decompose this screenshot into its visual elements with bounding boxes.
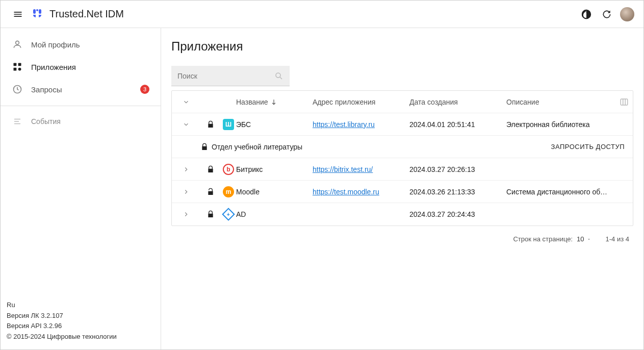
list-icon [12, 116, 23, 127]
app-title: Trusted.Net IDM [49, 8, 124, 20]
user-icon [12, 39, 23, 50]
svg-rect-11 [621, 99, 628, 105]
clock-icon [12, 84, 23, 95]
sidebar-item-label: Приложения [31, 63, 149, 71]
sidebar-item-events[interactable]: События [1, 111, 161, 132]
request-access-button[interactable]: ЗАПРОСИТЬ ДОСТУП [551, 143, 625, 151]
search-input[interactable] [177, 72, 274, 80]
table-header: Название Адрес приложения Дата создания … [172, 91, 633, 113]
theme-toggle-button[interactable] [576, 4, 597, 24]
chevron-right-icon [183, 211, 190, 218]
version-lk: Версия ЛК 3.2.107 [7, 311, 154, 321]
dropdown-icon [586, 237, 591, 242]
column-desc[interactable]: Описание [506, 98, 608, 106]
row-expand-toggle[interactable] [172, 166, 200, 173]
rows-per-page-label: Строк на странице: [513, 235, 573, 243]
logo-icon [31, 8, 43, 20]
sidebar-item-apps[interactable]: Приложения [1, 56, 161, 78]
lang-label: Ru [7, 300, 154, 311]
row-expand-toggle[interactable] [172, 121, 200, 128]
refresh-icon [602, 9, 612, 19]
menu-button[interactable] [8, 4, 28, 24]
lock-closed-icon [200, 210, 221, 218]
sidebar-item-profile[interactable]: Мой профиль [1, 33, 161, 56]
sidebar-item-requests[interactable]: Запросы 3 [1, 78, 161, 101]
svg-rect-1 [39, 9, 41, 14]
table-row: Ш ЭБС https://test.library.ru 2024.04.01… [172, 113, 633, 136]
column-url[interactable]: Адрес приложения [313, 98, 409, 106]
app-created: 2024.03.26 21:13:33 [409, 188, 506, 196]
apps-icon [12, 61, 23, 72]
search-box[interactable] [171, 66, 290, 86]
page-title: Приложения [171, 39, 633, 54]
app-icon: Ш [221, 119, 236, 130]
app-url-link[interactable]: https://test.library.ru [313, 120, 375, 129]
sidebar-footer: Ru Версия ЛК 3.2.107 Версия API 3.2.96 ©… [1, 293, 161, 349]
expand-all-toggle[interactable] [172, 98, 200, 106]
chevron-right-icon [183, 188, 190, 195]
app-url-link[interactable]: https://bitrix.test.ru/ [313, 165, 373, 173]
app-icon: + [221, 209, 236, 220]
sidebar-item-label: События [31, 117, 61, 126]
sub-row-name: Отдел учебной литературы [212, 143, 551, 151]
header: Trusted.Net IDM [1, 1, 643, 28]
table-row: + AD 2024.03.27 20:24:43 [172, 203, 633, 226]
dark-mode-icon [581, 9, 592, 20]
refresh-button[interactable] [597, 4, 617, 24]
chevron-down-icon [183, 98, 190, 106]
sidebar-item-label: Мой профиль [31, 40, 149, 49]
app-name: Moodle [236, 188, 313, 196]
column-config-button[interactable] [608, 97, 629, 107]
table-sub-row: Отдел учебной литературы ЗАПРОСИТЬ ДОСТУ… [172, 136, 633, 158]
column-created[interactable]: Дата создания [409, 98, 506, 106]
svg-rect-5 [14, 63, 17, 66]
version-api: Версия API 3.2.96 [7, 321, 154, 332]
sort-down-icon [270, 98, 277, 106]
lock-closed-icon [200, 165, 221, 173]
lock-closed-icon [200, 143, 209, 151]
svg-point-10 [276, 73, 280, 78]
search-icon [274, 71, 284, 81]
svg-rect-0 [33, 9, 36, 14]
avatar[interactable] [620, 7, 634, 21]
app-created: 2024.03.27 20:24:43 [409, 210, 506, 218]
chevron-right-icon [183, 166, 190, 173]
pagination: Строк на странице: 10 1-4 из 4 [171, 226, 633, 243]
requests-badge: 3 [140, 85, 149, 94]
columns-icon [620, 97, 629, 107]
lock-open-icon [200, 188, 221, 196]
sidebar-item-label: Запросы [31, 85, 140, 94]
row-expand-toggle[interactable] [172, 211, 200, 218]
table-row: b Битрикс https://bitrix.test.ru/ 2024.0… [172, 158, 633, 181]
column-name[interactable]: Название [236, 98, 313, 106]
app-desc: Электронная библиотека [506, 120, 608, 129]
svg-rect-6 [18, 63, 21, 66]
hamburger-icon [13, 9, 23, 19]
svg-point-8 [18, 68, 21, 71]
lock-closed-icon [200, 120, 221, 129]
svg-rect-7 [14, 68, 17, 71]
svg-point-2 [36, 9, 38, 11]
rows-per-page-select[interactable]: 10 [577, 235, 591, 243]
chevron-down-icon [183, 121, 190, 128]
table-row: m Moodle https://test.moodle.ru 2024.03.… [172, 181, 633, 203]
app-desc: Система дистанционного обу… [506, 188, 608, 196]
row-expand-toggle[interactable] [172, 188, 200, 195]
app-created: 2024.03.27 20:26:13 [409, 165, 506, 173]
main-content: Приложения Название Адрес приложения [161, 28, 643, 349]
app-icon: m [221, 186, 236, 197]
app-created: 2024.04.01 20:51:41 [409, 120, 506, 129]
copyright: © 2015-2024 Цифровые технологии [7, 332, 154, 342]
app-url-link[interactable]: https://test.moodle.ru [313, 188, 379, 196]
app-name: ЭБС [236, 120, 313, 129]
pagination-range: 1-4 из 4 [606, 235, 629, 243]
apps-table: Название Адрес приложения Дата создания … [171, 90, 633, 226]
app-name: AD [236, 210, 313, 218]
app-name: Битрикс [236, 165, 313, 173]
app-icon: b [221, 164, 236, 175]
svg-point-4 [16, 41, 19, 44]
sidebar: Мой профиль Приложения Запросы 3 [1, 28, 161, 349]
